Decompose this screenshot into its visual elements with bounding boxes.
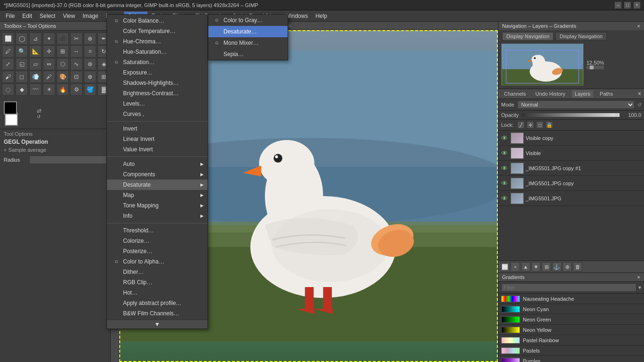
menu-shadows-highlights[interactable]: Shadows-Highlights… xyxy=(107,78,207,88)
menu-posterize[interactable]: Posterize… xyxy=(107,246,207,256)
tool-heal[interactable]: ⊕ xyxy=(84,71,96,83)
mode-reset-icon[interactable]: ↺ xyxy=(637,102,641,107)
lock-all-icon[interactable]: 🔒 xyxy=(545,121,553,129)
nav-close-icon[interactable]: × xyxy=(637,23,640,29)
tool-clone[interactable]: ⊡ xyxy=(70,71,83,83)
menu-invert[interactable]: Invert xyxy=(107,123,207,134)
duplicate-layer-button[interactable]: ⊞ xyxy=(542,262,551,272)
menu-dither[interactable]: Dither… xyxy=(107,267,207,277)
menu-image[interactable]: Image xyxy=(79,12,102,20)
menu-saturation[interactable]: G Saturation… xyxy=(107,57,207,67)
tool-paintbrush[interactable]: 🖌 xyxy=(2,71,14,83)
menu-hue-chroma[interactable]: G Hue-Chroma… xyxy=(107,36,207,47)
delete-layer-button[interactable]: 🗑 xyxy=(573,262,582,272)
desaturate-desaturate[interactable]: Desaturate… xyxy=(208,26,288,37)
close-gegl-icon[interactable]: × xyxy=(4,148,7,153)
tool-move[interactable]: ✛ xyxy=(43,45,55,58)
lock-pixels-icon[interactable]: ╱ xyxy=(517,121,525,129)
tool-n-point[interactable]: ⊛ xyxy=(84,58,96,70)
tool-ellipse-select[interactable]: ◯ xyxy=(16,33,28,45)
tool-warp[interactable]: ∿ xyxy=(70,58,83,70)
menu-curves[interactable]: Curves , xyxy=(107,109,207,119)
tool-burn[interactable]: 🔥 xyxy=(57,83,69,96)
tool-sharpen[interactable]: ◆ xyxy=(16,83,28,96)
anchor-layer-button[interactable]: ⚓ xyxy=(552,262,561,272)
tool-crop[interactable]: ⌗ xyxy=(84,45,96,58)
minimize-button[interactable]: – xyxy=(615,2,621,8)
swap-colors-icon[interactable]: ⇄ xyxy=(37,107,41,114)
gradient-item-neon-yellow[interactable]: Neon Yellow xyxy=(498,325,644,335)
tool-mypaint[interactable]: 🎨 xyxy=(57,71,69,83)
tool-measure[interactable]: 📐 xyxy=(29,45,41,58)
new-layer-button[interactable]: + xyxy=(511,262,520,272)
tool-scale[interactable]: ⤢ xyxy=(2,58,14,70)
tool-convolve[interactable]: ⚙ xyxy=(70,83,83,96)
layers-panel-collapse-icon[interactable]: × xyxy=(638,90,641,97)
menu-bw-film-channels[interactable]: B&W Film Channels… xyxy=(107,308,207,319)
tool-free-select[interactable]: ⊿ xyxy=(29,33,41,45)
zoom-slider-thumb[interactable] xyxy=(590,66,594,69)
tab-layers[interactable]: Layers xyxy=(572,90,593,98)
tab-paths[interactable]: Paths xyxy=(597,90,616,98)
gradient-item-nauseating-headache[interactable]: Nauseating Headache xyxy=(498,294,644,304)
gradient-item-neon-cyan[interactable]: Neon Cyan xyxy=(498,304,644,314)
layer-item-copy[interactable]: 👁 _IMG5501.JPG copy xyxy=(498,176,644,191)
tool-smudge[interactable]: 〰 xyxy=(29,83,41,96)
maximize-button[interactable]: □ xyxy=(624,2,631,8)
menu-levels[interactable]: Levels… xyxy=(107,99,207,109)
background-color-swatch[interactable] xyxy=(5,113,18,126)
tool-fuzzy-select[interactable]: ✦ xyxy=(43,33,55,45)
tab-undo-history[interactable]: Undo History xyxy=(532,90,568,98)
tool-perspective[interactable]: ▱ xyxy=(29,58,41,70)
lock-position-icon[interactable]: ✛ xyxy=(527,121,534,129)
tool-foreground-select[interactable]: ⊕ xyxy=(84,33,96,45)
menu-hue-saturation[interactable]: Hue-Saturation… xyxy=(107,47,207,57)
menu-file[interactable]: File xyxy=(2,12,18,20)
gradients-collapse-icon[interactable]: × xyxy=(637,274,640,280)
raise-layer-button[interactable]: ▲ xyxy=(521,262,530,272)
nav-tab-display2[interactable]: Display Navigation xyxy=(555,32,607,41)
menu-hot[interactable]: Hot… xyxy=(107,288,207,298)
close-button[interactable]: × xyxy=(634,2,640,8)
gradient-item-pastels[interactable]: Pastels xyxy=(498,346,644,356)
menu-info[interactable]: Info xyxy=(107,211,207,221)
layer-visibility-icon[interactable]: 👁 xyxy=(500,149,509,157)
gradient-filter-input[interactable] xyxy=(501,283,636,292)
tool-scissors[interactable]: ✂ xyxy=(70,33,83,45)
layer-visibility-icon[interactable]: 👁 xyxy=(500,195,509,202)
tool-flip[interactable]: ⇔ xyxy=(43,58,55,70)
merge-layer-button[interactable]: ⊕ xyxy=(562,262,572,272)
layer-item-original[interactable]: 👁 _IMG5501.JPG xyxy=(498,191,644,206)
layer-item-copy1[interactable]: 👁 _IMG5501.JPG copy #1 xyxy=(498,161,644,176)
zoom-slider[interactable] xyxy=(586,66,604,69)
foreground-color-swatch[interactable] xyxy=(4,101,17,115)
tool-rect-select[interactable]: ⬜ xyxy=(2,33,14,45)
menu-rgb-clip[interactable]: RGB Clip… xyxy=(107,277,207,288)
menu-linear-invert[interactable]: Linear Invert xyxy=(107,134,207,144)
menu-help[interactable]: Help xyxy=(312,12,331,20)
tool-airbrush[interactable]: 💨 xyxy=(29,71,41,83)
desaturate-sepia[interactable]: Sepia… xyxy=(208,49,288,60)
mode-select[interactable]: Normal xyxy=(517,100,635,109)
gradient-item-pastel-rainbow[interactable]: Pastel Rainbow xyxy=(498,335,644,346)
tool-by-color-select[interactable]: ⬛ xyxy=(57,33,69,45)
tool-transform[interactable]: ↔ xyxy=(70,45,83,58)
gradient-item-purples[interactable]: Purples xyxy=(498,356,644,362)
opacity-slider[interactable] xyxy=(521,113,619,117)
tool-bucket-fill[interactable]: 🪣 xyxy=(84,83,96,96)
menu-view[interactable]: View xyxy=(59,12,79,20)
opacity-slider-thumb[interactable] xyxy=(615,113,619,117)
lock-alpha-icon[interactable]: □ xyxy=(536,121,544,129)
desaturate-mono-mixer[interactable]: G Mono Mixer… xyxy=(208,37,288,49)
menu-components[interactable]: Components xyxy=(107,169,207,180)
menu-map[interactable]: Map xyxy=(107,190,207,200)
filter-dropdown-icon[interactable]: ▾ xyxy=(638,284,641,291)
menu-auto[interactable]: Auto xyxy=(107,159,207,169)
layer-item-visible[interactable]: 👁 Visible xyxy=(498,146,644,161)
menu-desaturate[interactable]: Desaturate xyxy=(107,180,207,190)
tool-shear[interactable]: ◱ xyxy=(16,58,28,70)
layer-visibility-icon[interactable]: 👁 xyxy=(500,134,509,142)
layer-visibility-icon[interactable]: 👁 xyxy=(500,180,509,187)
layer-item-visible-copy[interactable]: 👁 Visible copy xyxy=(498,131,644,146)
tab-channels[interactable]: Channels xyxy=(501,90,528,98)
